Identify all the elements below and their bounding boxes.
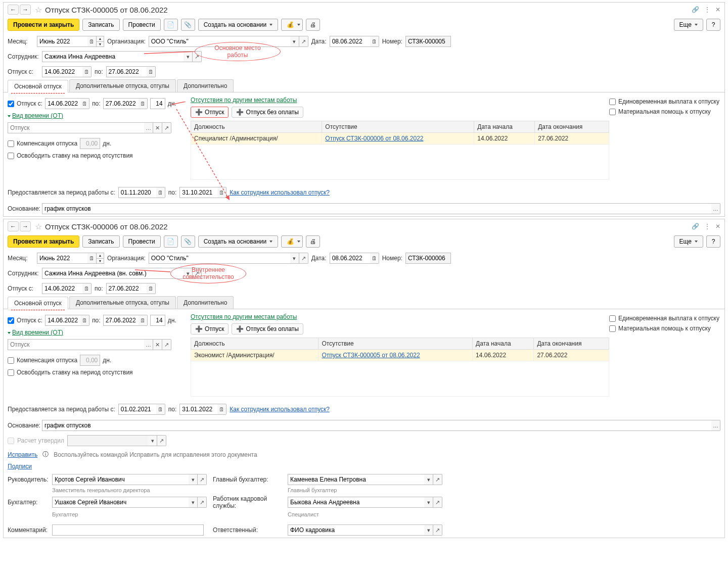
signatures-link[interactable]: Подписи <box>8 463 32 470</box>
material-help-checkbox[interactable] <box>609 325 616 332</box>
open-icon[interactable]: ↗ <box>299 36 308 47</box>
tab-additional[interactable]: Дополнительно <box>177 296 234 309</box>
open-icon[interactable]: ↗ <box>299 253 308 264</box>
chevron-down-icon[interactable]: ▾ <box>184 268 193 279</box>
tab-main-leave[interactable]: Основной отпуск <box>8 80 68 92</box>
comment-input[interactable] <box>52 524 204 536</box>
open-icon[interactable]: ↗ <box>157 435 166 446</box>
time-kind-link[interactable]: Вид времени (ОТ) <box>8 112 63 119</box>
favorite-icon[interactable]: ☆ <box>35 222 42 231</box>
more-button[interactable]: Еще <box>674 19 703 31</box>
open-icon[interactable]: ↗ <box>433 474 442 485</box>
employee-input[interactable] <box>42 51 184 62</box>
absences-other-link[interactable]: Отсутствия по другим местам работы <box>191 97 297 104</box>
chevron-down-icon[interactable]: ▾ <box>290 36 299 47</box>
create-based-button[interactable]: Создать на основании <box>198 19 279 31</box>
attach-icon[interactable]: 📎 <box>181 19 195 31</box>
basis-input[interactable] <box>42 203 711 214</box>
vacation-checkbox[interactable] <box>8 101 14 107</box>
leave-from-input[interactable] <box>42 283 82 294</box>
vac-from-input[interactable] <box>45 98 80 109</box>
calendar-icon[interactable]: 🗓 <box>139 98 148 109</box>
calendar-icon[interactable]: 🗓 <box>370 36 379 47</box>
head-input[interactable] <box>52 474 189 485</box>
link-icon[interactable]: 🔗 <box>692 223 699 230</box>
chevron-down-icon[interactable]: ▾ <box>424 474 433 485</box>
free-rate-checkbox[interactable] <box>8 369 14 376</box>
calendar-icon[interactable]: 🗓 <box>156 404 165 415</box>
vacation-usage-link[interactable]: Как сотрудник использовал отпуск? <box>230 406 330 413</box>
free-rate-checkbox[interactable] <box>8 153 14 159</box>
chevron-down-icon[interactable]: ▾ <box>424 497 433 508</box>
open-icon[interactable]: ↗ <box>193 268 202 279</box>
open-icon[interactable]: ↗ <box>198 497 207 508</box>
open-icon[interactable]: ↗ <box>162 122 171 133</box>
compensation-checkbox[interactable] <box>8 357 14 364</box>
add-unpaid-leave-button[interactable]: ➕Отпуск без оплаты <box>232 107 303 118</box>
add-leave-button[interactable]: ➕Отпуск <box>191 323 229 334</box>
table-row[interactable]: Экономист /Администрация/ Отпуск СТЗК-00… <box>191 350 609 361</box>
tab-extra-leave[interactable]: Дополнительные отпуска, отгулы <box>69 296 176 309</box>
record-button[interactable]: Записать <box>82 235 119 248</box>
linked-doc-link[interactable]: Отпуск СТЗК-000005 от 08.06.2022 <box>322 352 420 359</box>
basis-input[interactable] <box>42 420 711 431</box>
favorite-icon[interactable]: ☆ <box>35 5 42 15</box>
employee-input[interactable] <box>42 268 184 279</box>
vac-to-input[interactable] <box>103 98 139 109</box>
tab-main-leave[interactable]: Основной отпуск <box>8 297 68 309</box>
acc-input[interactable] <box>52 497 189 508</box>
more-button[interactable]: Еще <box>674 235 703 248</box>
nav-back-button[interactable]: ← <box>8 221 19 231</box>
post-and-close-button[interactable]: Провести и закрыть <box>8 19 79 31</box>
calendar-icon[interactable]: 🗓 <box>147 66 156 77</box>
open-icon[interactable]: ↗ <box>433 524 442 536</box>
org-input[interactable] <box>149 36 290 47</box>
material-help-checkbox[interactable] <box>609 109 616 115</box>
time-kind-input[interactable] <box>8 339 144 350</box>
help-button[interactable]: ? <box>706 235 720 248</box>
calendar-icon[interactable]: 🗓 <box>82 283 92 294</box>
leave-to-input[interactable] <box>106 66 147 77</box>
link-icon[interactable]: 🔗 <box>692 6 699 13</box>
period-from-input[interactable] <box>118 187 156 198</box>
lump-sum-checkbox[interactable] <box>609 315 616 322</box>
chevron-down-icon[interactable]: ▾ <box>424 524 433 536</box>
open-icon[interactable]: ↗ <box>162 339 171 350</box>
date-input[interactable] <box>330 253 370 264</box>
calendar-icon[interactable]: 🗓 <box>80 315 89 326</box>
linked-doc-link[interactable]: Отпуск СТЗК-000006 от 08.06.2022 <box>325 135 423 142</box>
menu-icon[interactable]: ⋮ <box>704 223 710 230</box>
compensation-checkbox[interactable] <box>8 140 14 147</box>
calendar-icon[interactable]: 🗓 <box>87 253 97 264</box>
select-icon[interactable]: … <box>144 122 153 133</box>
report-icon[interactable]: 📄 <box>164 19 178 31</box>
month-spinner[interactable]: ▲▼ <box>97 36 104 47</box>
post-and-close-button[interactable]: Провести и закрыть <box>8 235 79 248</box>
open-icon[interactable]: ↗ <box>433 497 442 508</box>
nav-forward-button[interactable]: → <box>20 221 31 231</box>
calendar-icon[interactable]: 🗓 <box>156 187 165 198</box>
open-icon[interactable]: ↗ <box>193 51 202 62</box>
period-from-input[interactable] <box>118 404 156 415</box>
create-based-button[interactable]: Создать на основании <box>198 235 279 248</box>
payroll-icon[interactable]: 💰 <box>281 19 303 31</box>
month-input[interactable] <box>37 36 87 47</box>
leave-from-input[interactable] <box>42 66 82 77</box>
clear-icon[interactable]: ✕ <box>153 122 162 133</box>
clear-icon[interactable]: ✕ <box>153 339 162 350</box>
calc-approved-checkbox[interactable] <box>8 438 14 444</box>
calendar-icon[interactable]: 🗓 <box>82 66 92 77</box>
chevron-down-icon[interactable]: ▾ <box>189 474 198 485</box>
chief-acc-input[interactable] <box>288 474 424 485</box>
calendar-icon[interactable]: 🗓 <box>217 404 226 415</box>
print-icon[interactable]: 🖨 <box>306 19 320 31</box>
tab-additional[interactable]: Дополнительно <box>177 79 234 92</box>
time-kind-link[interactable]: Вид времени (ОТ) <box>8 329 63 336</box>
open-icon[interactable]: ↗ <box>198 474 207 485</box>
lump-sum-checkbox[interactable] <box>609 99 616 105</box>
days-input[interactable] <box>150 315 165 326</box>
fix-link[interactable]: Исправить <box>8 451 37 458</box>
month-input[interactable] <box>37 253 87 264</box>
post-button[interactable]: Провести <box>123 19 161 31</box>
select-icon[interactable]: … <box>144 339 153 350</box>
